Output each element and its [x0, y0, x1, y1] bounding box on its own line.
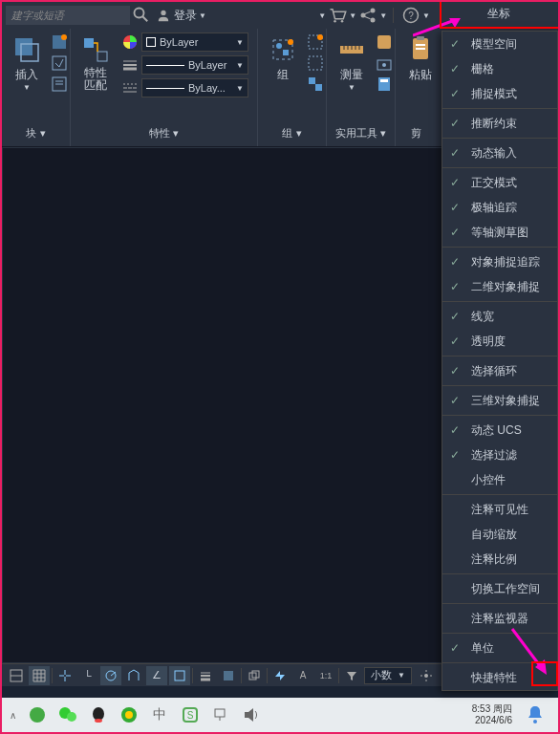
taskbar-wechat-icon[interactable]: [56, 703, 79, 726]
menu-item[interactable]: ✓正交模式: [442, 170, 557, 195]
lineweight-dropdown[interactable]: ByLayer▼: [141, 55, 248, 75]
menu-separator: [442, 167, 557, 168]
search-input[interactable]: 建字或短语: [6, 6, 130, 25]
menu-item[interactable]: ✓线宽: [442, 304, 557, 329]
login-label: 登录: [174, 8, 197, 24]
panel-title[interactable]: 剪: [399, 124, 432, 142]
osnap-toggle[interactable]: [169, 666, 190, 685]
insert-button[interactable]: 插入 ▼: [6, 32, 48, 94]
menu-item[interactable]: ✓选择过滤: [442, 443, 557, 467]
linetype-icon[interactable]: [120, 78, 140, 97]
color-dropdown[interactable]: ByLayer▼: [141, 32, 248, 52]
count-icon[interactable]: [375, 54, 394, 73]
ortho-toggle[interactable]: └: [77, 666, 98, 685]
ribbon-panel-clipboard: 粘贴 剪: [396, 29, 436, 146]
cycling-toggle[interactable]: [244, 666, 265, 685]
snap-toggle[interactable]: [54, 666, 75, 685]
panel-title[interactable]: 实用工具 ▾: [331, 124, 391, 142]
edit-attribute-icon[interactable]: [50, 75, 69, 94]
check-icon: ✓: [450, 226, 465, 239]
tray-overflow-icon[interactable]: ∧: [10, 710, 16, 721]
chevron-down-icon[interactable]: ▼: [318, 11, 326, 20]
check-icon: ✓: [450, 117, 465, 130]
color-wheel-icon[interactable]: [120, 32, 140, 52]
panel-title[interactable]: 块 ▾: [6, 124, 66, 142]
menu-item-label: 推断约束: [471, 116, 517, 132]
panel-title[interactable]: 特性 ▾: [75, 124, 253, 142]
chevron-down-icon[interactable]: ▼: [422, 11, 430, 20]
menu-item-label: 注释监视器: [471, 611, 528, 627]
lineweight-toggle[interactable]: [195, 666, 216, 685]
taskbar-qq-icon[interactable]: [87, 703, 110, 726]
isodraft-toggle[interactable]: [123, 666, 144, 685]
menu-item[interactable]: 注释比例: [442, 547, 557, 572]
menu-separator: [442, 603, 557, 604]
menu-item[interactable]: ✓单位: [442, 636, 557, 660]
match-properties-button[interactable]: 特性 匹配: [75, 32, 117, 94]
login-button[interactable]: 登录 ▼: [157, 8, 206, 24]
menu-item[interactable]: ✓三维对象捕捉: [442, 388, 557, 413]
chevron-down-icon[interactable]: ▼: [379, 11, 387, 20]
taskbar-app-icon[interactable]: [26, 703, 49, 726]
lineweight-icon[interactable]: [120, 55, 140, 75]
menu-item[interactable]: ✓对象捕捉追踪: [442, 249, 557, 274]
annotation-scale-button[interactable]: 1:1: [315, 666, 336, 685]
search-icon[interactable]: [132, 6, 151, 25]
transparency-toggle[interactable]: [218, 666, 239, 685]
taskbar-network-icon[interactable]: [209, 703, 232, 726]
panel-title[interactable]: 组 ▾: [262, 124, 322, 142]
menu-item[interactable]: 小控件: [442, 467, 557, 492]
annotation-visibility-toggle[interactable]: [269, 666, 291, 685]
group-button[interactable]: 组: [262, 32, 304, 85]
polar-toggle[interactable]: [100, 666, 121, 685]
menu-item[interactable]: ✓透明度: [442, 329, 557, 354]
group-select-icon[interactable]: [306, 75, 325, 94]
menu-item[interactable]: 快捷特性: [442, 665, 557, 690]
help-icon[interactable]: ?: [401, 6, 420, 25]
menu-item[interactable]: ✓动态输入: [442, 140, 557, 165]
check-icon: ✓: [450, 423, 465, 437]
workspace-button[interactable]: [416, 666, 437, 685]
menu-item[interactable]: ✓动态 UCS: [442, 418, 557, 443]
units-dropdown[interactable]: 小数▼: [364, 667, 412, 684]
menu-item[interactable]: ✓模型空间: [442, 32, 557, 56]
taskbar-360-icon[interactable]: [118, 703, 140, 726]
menu-item[interactable]: 注释可见性: [442, 497, 557, 522]
measure-button[interactable]: 测量 ▼: [331, 32, 373, 94]
menu-item[interactable]: ✓选择循环: [442, 358, 557, 383]
menu-item[interactable]: ✓二维对象捕捉: [442, 274, 557, 299]
group-edit-icon[interactable]: [306, 54, 325, 73]
menu-item[interactable]: 切换工作空间: [442, 576, 557, 601]
menu-item[interactable]: ✓等轴测草图: [442, 220, 557, 245]
quickcalc-icon[interactable]: [375, 32, 394, 52]
autoscale-toggle[interactable]: A: [292, 666, 313, 685]
notification-icon[interactable]: [524, 703, 547, 726]
menu-item[interactable]: 自动缩放: [442, 522, 557, 547]
menu-item[interactable]: ✓极轴追踪: [442, 195, 557, 220]
ungroup-icon[interactable]: [306, 32, 325, 52]
create-block-icon[interactable]: [50, 32, 69, 52]
svg-point-15: [61, 34, 67, 40]
taskbar-ime-icon[interactable]: 中: [148, 703, 171, 726]
menu-item[interactable]: ✓栅格: [442, 56, 557, 81]
measure-label: 测量: [340, 67, 363, 83]
share-icon[interactable]: [358, 6, 377, 25]
cart-icon[interactable]: [328, 6, 347, 25]
taskbar-clock[interactable]: 8:53 周四 2024/6/6: [464, 703, 520, 726]
menu-item[interactable]: ✓推断约束: [442, 111, 557, 136]
grid-toggle[interactable]: [29, 666, 50, 685]
taskbar-sogou-icon[interactable]: S: [179, 703, 202, 726]
paste-button[interactable]: 粘贴: [399, 32, 442, 85]
chevron-down-icon[interactable]: ▼: [349, 11, 356, 20]
filter-icon[interactable]: [341, 666, 362, 685]
linetype-dropdown[interactable]: ByLay...▼: [141, 78, 248, 97]
menu-item[interactable]: 注释监视器: [442, 606, 557, 631]
model-space-toggle[interactable]: [6, 666, 27, 685]
menu-item[interactable]: ✓捕捉模式: [442, 81, 557, 106]
edit-block-icon[interactable]: [50, 54, 69, 73]
ribbon-panel-properties: 特性 匹配 ByLayer▼ ByLayer▼ ByLay...▼ 特性 ▾: [71, 29, 258, 146]
taskbar-volume-icon[interactable]: [240, 703, 263, 726]
calculator-icon[interactable]: [375, 75, 394, 94]
osnap-track-toggle[interactable]: ∠: [146, 666, 167, 685]
dropdown-value: ByLay...: [188, 82, 226, 94]
